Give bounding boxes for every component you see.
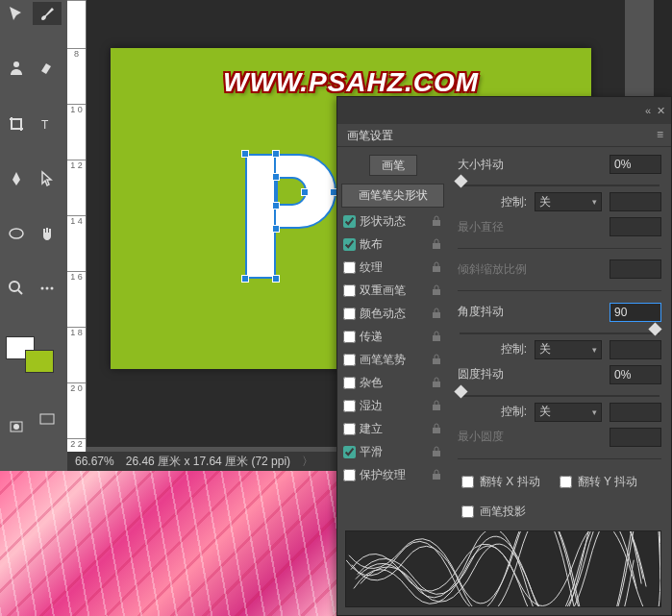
brush-controls: 大小抖动 0% 控制: 关▾ 最小直径 倾斜缩放比例 角度抖动 90 控制: [448, 147, 671, 531]
flip-y-checkbox[interactable]: 翻转 Y 抖动 [560, 470, 637, 494]
svg-point-6 [51, 287, 54, 290]
move-tool[interactable] [2, 2, 31, 25]
option-checkbox[interactable] [343, 377, 356, 389]
anchor-point[interactable] [241, 150, 249, 158]
option-checkbox[interactable] [343, 308, 356, 320]
svg-point-5 [46, 287, 49, 290]
quickmask-tool[interactable] [2, 416, 31, 439]
svg-rect-10 [433, 220, 440, 226]
option-6[interactable]: 画笔笔势 [341, 348, 444, 371]
crop-tool[interactable] [2, 112, 31, 136]
zoom-level[interactable]: 66.67% [75, 455, 114, 468]
brush-icon [38, 5, 56, 22]
roundness-jitter-value[interactable]: 0% [610, 365, 661, 384]
option-8[interactable]: 湿边 [341, 394, 444, 417]
option-checkbox[interactable] [343, 261, 356, 274]
more-tool[interactable] [33, 277, 62, 300]
option-label: 画笔笔势 [360, 352, 427, 368]
option-checkbox[interactable] [343, 215, 356, 228]
angle-control-dropdown[interactable]: 关▾ [535, 340, 602, 359]
roundness-jitter-slider[interactable] [460, 390, 660, 393]
anchor-point[interactable] [272, 173, 280, 181]
roundness-jitter-label: 圆度抖动 [458, 366, 515, 382]
option-0[interactable]: 形状动态 [341, 209, 444, 233]
option-checkbox[interactable] [343, 354, 356, 366]
zoom-icon [8, 280, 25, 297]
lock-icon [431, 469, 442, 480]
close-icon[interactable]: ✕ [657, 105, 665, 117]
screen-icon [38, 411, 56, 429]
option-checkbox[interactable] [343, 400, 356, 412]
tilt-scale-value [610, 259, 661, 279]
chevron-icon[interactable]: 〉 [302, 454, 313, 470]
healing-tool[interactable] [33, 57, 62, 80]
brush-preset-button[interactable]: 画笔 [369, 155, 417, 176]
direct-select-tool[interactable] [33, 167, 62, 190]
min-roundness-value [610, 428, 661, 447]
control-label: 控制: [458, 194, 527, 210]
anchor-point[interactable] [272, 225, 280, 233]
brush-projection-checkbox[interactable]: 画笔投影 [458, 500, 661, 524]
tab-brush-settings[interactable]: 画笔设置 [337, 124, 403, 146]
svg-rect-13 [433, 289, 440, 295]
flip-x-checkbox[interactable]: 翻转 X 抖动 [461, 470, 540, 494]
option-checkbox[interactable] [343, 331, 356, 343]
size-control-value[interactable] [610, 192, 661, 211]
option-10[interactable]: 平滑 [341, 440, 444, 463]
screenmode-tool[interactable] [33, 408, 62, 431]
option-checkbox[interactable] [343, 284, 356, 297]
option-4[interactable]: 颜色动态 [341, 302, 444, 325]
doc-dimensions: 26.46 厘米 x 17.64 厘米 (72 ppi) [126, 454, 290, 470]
option-checkbox[interactable] [343, 238, 356, 251]
background-color[interactable] [25, 350, 54, 373]
brush-settings-panel: « ✕ 画笔设置 ≡ 画笔 画笔笔尖形状 形状动态散布纹理双重画笔颜色动态传递画… [336, 96, 672, 616]
roundness-control-value[interactable] [610, 403, 661, 422]
option-checkbox[interactable] [343, 446, 356, 458]
panel-tabs: 画笔设置 ≡ [337, 124, 671, 147]
option-2[interactable]: 纹理 [341, 256, 444, 279]
option-9[interactable]: 建立 [341, 417, 444, 440]
option-11[interactable]: 保护纹理 [341, 463, 444, 486]
color-swatches [2, 333, 63, 407]
option-checkbox[interactable] [343, 469, 356, 481]
option-5[interactable]: 传递 [341, 325, 444, 348]
collapse-icon[interactable]: « [645, 105, 651, 117]
svg-rect-19 [433, 428, 440, 433]
option-1[interactable]: 散布 [341, 233, 444, 256]
anchor-point[interactable] [301, 188, 309, 196]
pen-tool[interactable] [2, 167, 31, 190]
option-3[interactable]: 双重画笔 [341, 279, 444, 302]
anchor-point[interactable] [272, 275, 280, 283]
brush-tip-shape-header[interactable]: 画笔笔尖形状 [341, 184, 444, 208]
panel-menu-icon[interactable]: ≡ [649, 124, 671, 146]
size-jitter-slider[interactable] [460, 180, 660, 183]
option-checkbox[interactable] [343, 423, 356, 435]
option-7[interactable]: 杂色 [341, 371, 444, 394]
tools-toolbar: T [0, 0, 67, 471]
anchor-point[interactable] [272, 150, 280, 158]
lock-icon [431, 215, 442, 227]
svg-rect-18 [433, 405, 440, 410]
angle-jitter-slider[interactable] [460, 328, 660, 331]
angle-control-value[interactable] [610, 340, 661, 359]
size-control-dropdown[interactable]: 关▾ [535, 192, 602, 211]
anchor-point[interactable] [272, 202, 280, 209]
shape-tool[interactable] [2, 222, 31, 245]
angle-jitter-input[interactable]: 90 [610, 303, 661, 322]
hand-tool[interactable] [33, 222, 62, 245]
option-label: 传递 [360, 329, 427, 345]
brush-tool[interactable] [33, 2, 62, 25]
zoom-tool[interactable] [2, 277, 31, 300]
scribble-preview-icon [346, 531, 660, 607]
option-label: 湿边 [360, 398, 427, 414]
min-roundness-label: 最小圆度 [458, 429, 515, 445]
option-label: 纹理 [360, 259, 427, 276]
letter-shape[interactable] [245, 154, 336, 279]
lasso-tool[interactable] [2, 57, 31, 80]
size-jitter-value[interactable]: 0% [610, 155, 661, 174]
arrow-icon [38, 170, 56, 187]
roundness-control-dropdown[interactable]: 关▾ [535, 403, 602, 422]
anchor-point[interactable] [241, 275, 249, 283]
crop-icon [8, 115, 25, 133]
type-tool[interactable]: T [33, 112, 62, 136]
